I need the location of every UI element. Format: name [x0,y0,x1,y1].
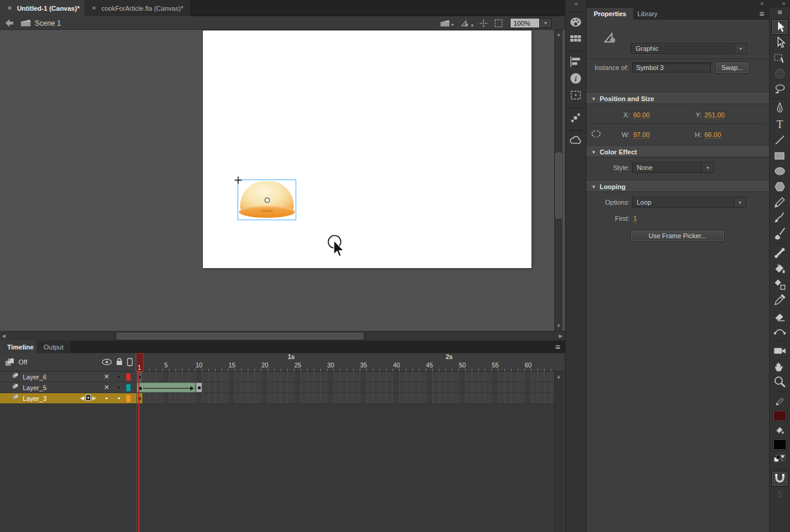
close-icon[interactable]: ✕ [7,5,12,11]
document-tab-cookforarticle[interactable]: ✕ cookForArticle.fla (Canvas)* [84,0,191,16]
dock-grip[interactable] [569,129,582,132]
timeline-ruler[interactable]: Off 510152025303540455055601s2s 1 [0,353,565,372]
lasso-tool-icon[interactable] [771,81,788,97]
zoom-tool-icon[interactable] [771,374,788,390]
oval-tool-icon[interactable] [771,163,788,179]
fill-color-swatch[interactable] [773,439,787,451]
tab-output[interactable]: Output [37,341,71,353]
edit-symbol-menu-icon[interactable]: ▾ [460,19,473,28]
tools-panel-menu-icon[interactable]: ≡ [770,8,790,19]
stage-vertical-scrollbar[interactable]: ▲ ▼ [554,30,563,331]
w-value[interactable]: 97.00 [633,131,650,139]
timeline-panel-menu-icon[interactable]: ≡ [555,342,560,352]
layer-outline-color-swatch[interactable] [126,373,130,381]
scene-breadcrumb[interactable]: Scene 1 [35,19,61,28]
style-dropdown[interactable]: None ▾ [632,162,714,173]
next-keyframe-icon[interactable]: ▶ [92,395,96,401]
layer-outline-color-swatch[interactable] [126,384,130,391]
layers-stack-icon[interactable] [5,358,14,367]
scroll-up-arrow[interactable]: ▲ [555,32,563,38]
stage-zoom-value[interactable]: 100% [510,18,540,28]
cc-libraries-panel-icon[interactable] [567,133,584,148]
layer-visibility-dot[interactable]: • [101,394,112,402]
tab-library[interactable]: Library [630,8,665,20]
layer-lock-dot[interactable]: • [116,394,123,402]
back-arrow-icon[interactable] [4,19,14,28]
section-color-effect[interactable]: ▼ Color Effect [587,147,769,157]
scroll-right-arrow[interactable]: ▶ [559,333,563,339]
layer-name[interactable]: Layer_5 [23,384,47,391]
symbol-type-dropdown[interactable]: Graphic ▾ [631,43,747,54]
layer-hidden-x[interactable]: ✕ [101,384,112,391]
layer-name[interactable]: Layer_3 [23,395,47,402]
h-value[interactable]: 66.00 [704,131,721,139]
info-panel-icon[interactable]: i [567,71,584,86]
collapse-to-icons-icon[interactable]: » [782,0,785,7]
scroll-up-arrow[interactable]: ▲ [555,374,563,380]
paint-bucket-tool-icon[interactable] [771,261,788,276]
tab-timeline[interactable]: Timeline [0,341,41,353]
selection-tool-icon[interactable] [771,19,788,35]
layer-name[interactable]: Layer_6 [23,373,47,381]
pen-tool-icon[interactable] [771,101,788,117]
center-frame-icon[interactable] [479,19,488,28]
lock-all-layers-icon[interactable] [116,357,123,366]
layer-outline-color-swatch[interactable] [126,395,130,402]
subselection-tool-icon[interactable] [771,35,788,50]
insert-keyframe-icon[interactable] [86,394,91,401]
layer-hidden-x[interactable]: ✕ [101,373,112,381]
edit-scene-menu-icon[interactable]: ▾ [440,19,454,28]
bone-tool-icon[interactable] [771,245,788,261]
collapse-to-icons-icon[interactable]: » [760,0,763,7]
rotation-3d-tool-icon[interactable] [771,66,788,81]
use-frame-picker-button[interactable]: Use Frame Picker... [631,230,724,241]
close-icon[interactable]: ✕ [92,5,96,11]
properties-panel-menu-icon[interactable]: ≡ [759,9,764,19]
paint-brush-tool-icon[interactable] [771,210,788,226]
hand-tool-icon[interactable] [771,358,788,374]
timeline-vertical-scrollbar[interactable]: ▲ [554,372,563,532]
tab-properties[interactable]: Properties [587,8,633,20]
free-transform-tool-icon[interactable] [771,50,788,66]
pencil-tool-icon[interactable] [771,194,788,210]
scroll-down-arrow[interactable]: ▼ [555,323,563,329]
dock-grip[interactable] [569,107,582,109]
stage-pasteboard[interactable] [0,30,565,331]
frames-row-layer_5[interactable] [136,382,554,393]
timeline-panel-divider[interactable] [136,353,137,532]
camera-tool-icon[interactable] [771,343,788,358]
symbol-selection-box[interactable] [238,180,296,220]
layer-row-layer_6[interactable]: Layer_6✕• [0,372,136,382]
document-tab-untitled[interactable]: ✕ Untitled-1 (Canvas)* [0,0,87,16]
ink-bottle-tool-icon[interactable] [771,276,788,292]
stage-canvas[interactable] [203,31,531,268]
section-position-and-size[interactable]: ▼ Position and Size [587,93,769,104]
layer-row-layer_5[interactable]: Layer_5✕• [0,382,136,393]
layer-lock-dot[interactable]: • [116,384,123,391]
loop-options-dropdown[interactable]: Loop ▾ [632,197,746,208]
transformation-point[interactable] [265,197,270,203]
eyedropper-tool-icon[interactable] [771,292,788,308]
polystar-tool-icon[interactable] [771,179,788,194]
smooth-option-icon[interactable]: S [771,487,788,502]
text-tool-icon[interactable]: T [771,117,788,132]
transform-panel-icon[interactable] [567,87,584,103]
first-frame-value[interactable]: 1 [633,215,637,223]
prev-keyframe-icon[interactable]: ◀ [80,395,84,401]
layer-depth-toggle-label[interactable]: Off [19,358,27,366]
keyframe-frame-1[interactable] [136,393,143,403]
frames-row-layer_6[interactable] [136,372,554,382]
color-defaults-swap-icon[interactable] [771,451,788,467]
tween-end-keyframe[interactable] [196,382,202,393]
outline-all-layers-icon[interactable] [127,358,133,366]
scroll-left-arrow[interactable]: ◀ [2,333,5,339]
layer-row-layer_3[interactable]: Layer_3◀▶•• [0,393,136,404]
stage-horizontal-scrollbar[interactable]: ◀ ▶ [0,331,565,341]
layer-lock-dot[interactable]: • [116,373,123,380]
frames-row-layer_3[interactable] [136,393,554,404]
section-looping[interactable]: ▼ Looping [587,181,769,192]
snap-to-objects-toggle-icon[interactable] [771,471,788,487]
playhead-line[interactable] [138,372,139,532]
y-value[interactable]: 251.00 [704,111,725,119]
dock-grip[interactable] [569,50,582,53]
